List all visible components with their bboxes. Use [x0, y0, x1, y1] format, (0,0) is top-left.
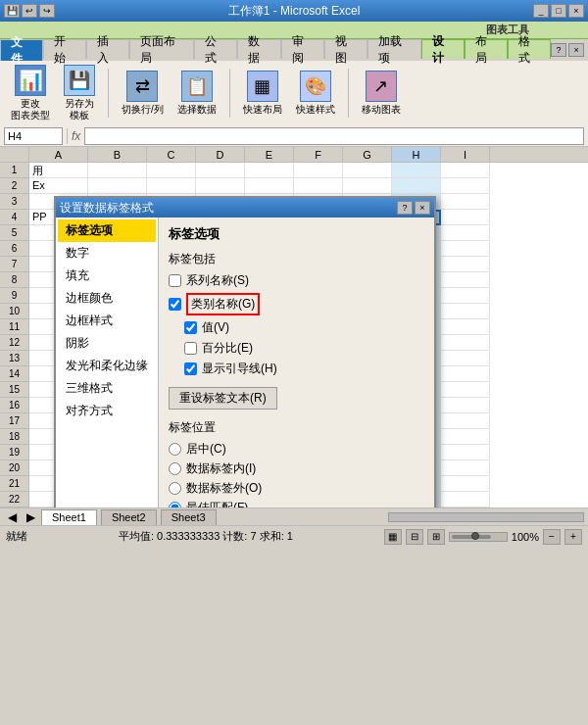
cell-H2[interactable] [392, 178, 441, 194]
row-num-12[interactable]: 12 [0, 335, 29, 351]
row-num-4[interactable]: 4 [0, 210, 29, 225]
cell-A2[interactable]: Ex [29, 178, 88, 194]
tab-file[interactable]: 文件 [0, 39, 43, 61]
cat-alignment[interactable]: 对齐方式 [58, 400, 156, 422]
col-header-C[interactable]: C [147, 147, 196, 162]
close-btn[interactable]: × [568, 4, 584, 18]
row-num-7[interactable]: 7 [0, 257, 29, 272]
quick-style-btn[interactable]: 🎨 快速样式 [291, 68, 340, 119]
cat-3d-format[interactable]: 三维格式 [58, 377, 156, 400]
radio-outside-end[interactable] [169, 482, 181, 495]
tab-design[interactable]: 设计 [421, 39, 465, 59]
cat-border-style[interactable]: 边框样式 [58, 310, 156, 332]
minimize-btn[interactable]: _ [533, 4, 549, 18]
checkbox-category-name[interactable] [169, 298, 181, 311]
cell-I10[interactable] [441, 304, 490, 319]
sheet-nav-left[interactable]: ◀ [4, 509, 21, 525]
row-num-1[interactable]: 1 [0, 163, 29, 178]
page-break-preview-btn[interactable]: ⊞ [427, 529, 445, 545]
cell-B1[interactable] [88, 163, 147, 178]
cell-I8[interactable] [441, 272, 490, 288]
cell-E1[interactable] [245, 163, 294, 178]
name-box[interactable] [4, 127, 63, 145]
cat-border-color[interactable]: 边框颜色 [58, 287, 156, 310]
redo-btn[interactable]: ↪ [39, 4, 55, 18]
row-num-21[interactable]: 21 [0, 476, 29, 492]
cell-I21[interactable] [441, 476, 490, 492]
move-chart-btn[interactable]: ↗ 移动图表 [357, 68, 406, 119]
row-num-2[interactable]: 2 [0, 178, 29, 194]
tab-data[interactable]: 数据 [237, 39, 280, 59]
row-num-6[interactable]: 6 [0, 241, 29, 257]
checkbox-percent[interactable] [184, 342, 197, 355]
cell-I2[interactable] [441, 178, 490, 194]
reset-label-text-btn[interactable]: 重设标签文本(R) [169, 387, 277, 410]
cell-I7[interactable] [441, 257, 490, 272]
dialog-close-x-btn[interactable]: × [415, 201, 430, 215]
cell-I5[interactable] [441, 225, 490, 241]
checkbox-leader-lines[interactable] [184, 362, 197, 375]
switch-row-col-btn[interactable]: ⇄ 切换行/列 [117, 68, 169, 119]
zoom-out-btn[interactable]: − [543, 529, 561, 545]
undo-btn[interactable]: ↩ [22, 4, 37, 18]
quick-save-btn[interactable]: 💾 [4, 4, 20, 18]
cell-F2[interactable] [294, 178, 343, 194]
row-num-16[interactable]: 16 [0, 398, 29, 413]
tab-insert[interactable]: 插入 [86, 39, 129, 59]
cell-I19[interactable] [441, 445, 490, 460]
cell-D1[interactable] [196, 163, 245, 178]
zoom-in-btn[interactable]: + [564, 529, 582, 545]
sheet-tab-sheet2[interactable]: Sheet2 [101, 509, 157, 525]
save-template-btn[interactable]: 💾 另存为模板 [59, 62, 100, 124]
row-num-10[interactable]: 10 [0, 304, 29, 319]
col-header-B[interactable]: B [88, 147, 147, 162]
cell-I14[interactable] [441, 366, 490, 382]
row-num-15[interactable]: 15 [0, 382, 29, 398]
checkbox-series-name[interactable] [169, 274, 181, 287]
cell-G1[interactable] [343, 163, 392, 178]
cell-G2[interactable] [343, 178, 392, 194]
cell-I6[interactable] [441, 241, 490, 257]
tab-addins[interactable]: 加载项 [368, 39, 421, 59]
col-header-I[interactable]: I [441, 147, 490, 162]
tab-format[interactable]: 格式 [508, 39, 551, 59]
dialog-help-btn[interactable]: ? [397, 201, 413, 215]
cell-I15[interactable] [441, 382, 490, 398]
maximize-btn[interactable]: □ [551, 4, 566, 18]
cell-I4[interactable] [441, 210, 490, 225]
cat-glow-soften[interactable]: 发光和柔化边缘 [58, 355, 156, 377]
cell-I9[interactable] [441, 288, 490, 304]
row-num-22[interactable]: 22 [0, 492, 29, 508]
row-num-17[interactable]: 17 [0, 413, 29, 429]
normal-view-btn[interactable]: ▦ [384, 529, 402, 545]
cell-I18[interactable] [441, 429, 490, 445]
sheet-nav-right[interactable]: ▶ [23, 509, 39, 525]
row-num-13[interactable]: 13 [0, 351, 29, 366]
row-num-20[interactable]: 20 [0, 460, 29, 476]
cat-fill[interactable]: 填充 [58, 265, 156, 287]
ribbon-close-btn[interactable]: × [568, 43, 584, 57]
tab-review[interactable]: 审阅 [281, 39, 324, 59]
row-num-8[interactable]: 8 [0, 272, 29, 288]
row-num-3[interactable]: 3 [0, 194, 29, 210]
cell-H1[interactable] [392, 163, 441, 178]
cat-label-options[interactable]: 标签选项 [58, 219, 156, 242]
cell-I1[interactable] [441, 163, 490, 178]
row-num-5[interactable]: 5 [0, 225, 29, 241]
col-header-A[interactable]: A [29, 147, 88, 162]
select-data-btn[interactable]: 📋 选择数据 [172, 68, 221, 119]
col-header-F[interactable]: F [294, 147, 343, 162]
cell-I3[interactable] [441, 194, 490, 210]
cell-D2[interactable] [196, 178, 245, 194]
cell-F1[interactable] [294, 163, 343, 178]
row-num-14[interactable]: 14 [0, 366, 29, 382]
row-num-11[interactable]: 11 [0, 319, 29, 335]
sheet-tab-sheet3[interactable]: Sheet3 [161, 509, 217, 525]
cell-C1[interactable] [147, 163, 196, 178]
cell-C2[interactable] [147, 178, 196, 194]
checkbox-value[interactable] [184, 321, 197, 334]
cell-A1[interactable]: 用 [29, 163, 88, 178]
cell-E2[interactable] [245, 178, 294, 194]
row-num-19[interactable]: 19 [0, 445, 29, 460]
tab-view[interactable]: 视图 [324, 39, 368, 59]
